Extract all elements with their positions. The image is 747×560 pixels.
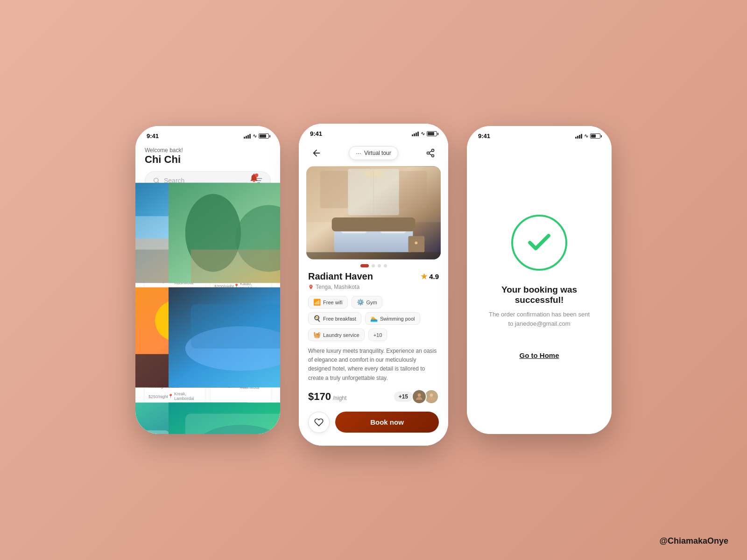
price-display: $170 /night: [308, 391, 346, 403]
time-3: 9:41: [478, 133, 490, 140]
status-icons-3: ∿: [575, 133, 600, 139]
location-pin-icon: [308, 284, 314, 290]
booking-footer: $170 /night +15: [299, 389, 448, 412]
bottom-action-row: Book now: [299, 412, 448, 439]
svg-point-42: [430, 393, 433, 397]
success-content: Your booking was successful! The order c…: [467, 143, 612, 431]
detail-nav: ··· Virtual tour: [299, 141, 448, 166]
amenities-grid: 📶 Free wifi ⚙️ Gym 🍳 Free breakfast: [308, 296, 439, 341]
amenity-laundry: 🧺 Laundry service: [308, 329, 365, 341]
breakfast-amenity-icon: 🍳: [313, 315, 321, 322]
wifi-icon-2: ∿: [421, 131, 425, 137]
amenity-pool: 🏊 Swimming pool: [365, 312, 420, 325]
card-wellness-2[interactable]: [211, 427, 271, 431]
svg-rect-17: [145, 430, 169, 431]
battery-icon-3: [590, 133, 600, 139]
watermark: @ChiamakaOnye: [659, 536, 728, 546]
wishlist-button[interactable]: [308, 412, 330, 433]
laundry-amenity-icon: 🧺: [313, 331, 321, 338]
share-button[interactable]: [422, 145, 439, 161]
time-2: 9:41: [310, 130, 322, 137]
book-now-button[interactable]: Book now: [335, 412, 439, 433]
detail-rating: ★ 4.9: [421, 272, 439, 281]
phone-home: 9:41 ∿ Welcome back!: [135, 126, 280, 434]
wellness-cards-row: [145, 427, 271, 431]
success-subtitle: The order confirmation has been sentto j…: [489, 310, 590, 328]
price-unit: /night: [333, 395, 346, 401]
dot-1[interactable]: [360, 264, 369, 267]
status-icons-2: ∿: [412, 131, 437, 137]
amenity-more[interactable]: +10: [368, 329, 388, 341]
dot-4[interactable]: [384, 264, 387, 267]
svg-rect-37: [332, 217, 416, 231]
success-title: Your booking was successful!: [476, 285, 602, 305]
amenity-breakfast: 🍳 Free breakfast: [308, 312, 361, 325]
signal-icon-3: [575, 134, 582, 139]
amenity-wifi: 📶 Free wifi: [308, 296, 348, 308]
guest-count: +15: [394, 392, 413, 402]
svg-point-24: [427, 152, 429, 154]
back-button[interactable]: [308, 145, 325, 161]
guest-avatars: +15: [394, 389, 439, 404]
svg-point-23: [431, 149, 434, 152]
svg-rect-40: [306, 252, 441, 259]
gym-amenity-icon: ⚙️: [357, 299, 364, 306]
avatar-1: [412, 389, 427, 404]
virtual-tour-button[interactable]: ··· Virtual tour: [349, 146, 398, 160]
phone-success: 9:41 ∿: [467, 126, 612, 434]
amenity-gym: ⚙️ Gym: [352, 296, 382, 308]
detail-location: Tenga, Mashikota: [308, 284, 439, 290]
battery-icon-2: [427, 131, 437, 136]
svg-point-39: [415, 242, 417, 245]
booking-actions: +15: [394, 389, 439, 404]
pool-amenity-icon: 🏊: [370, 315, 378, 322]
hotel-img-wellness2: [211, 427, 271, 431]
detail-hotel-name: Radiant Haven: [308, 271, 373, 282]
hotel-hero-image: [306, 166, 441, 259]
detail-info-section: Radiant Haven ★ 4.9 Tenga, Mashikota: [299, 271, 448, 383]
price-value: $170: [308, 391, 331, 403]
dot-2[interactable]: [372, 264, 375, 267]
status-bar-2: 9:41 ∿: [299, 124, 448, 141]
svg-point-25: [431, 154, 434, 157]
status-bar-3: 9:41 ∿: [467, 126, 612, 143]
dot-3[interactable]: [378, 264, 381, 267]
image-carousel-dots: [299, 259, 448, 271]
svg-point-41: [418, 393, 421, 397]
svg-rect-31: [399, 171, 427, 208]
svg-rect-30: [320, 171, 348, 208]
success-checkmark-circle: [511, 215, 567, 271]
wifi-icon-3: ∿: [584, 133, 588, 139]
phone-detail: 9:41 ∿: [299, 124, 448, 446]
svg-rect-22: [211, 427, 271, 431]
wifi-amenity-icon: 📶: [313, 299, 321, 306]
hotel-description: Where luxury meets tranquility. Experien…: [308, 347, 439, 383]
go-home-button[interactable]: Go to Home: [520, 351, 559, 359]
checkmark-icon: [525, 229, 553, 257]
signal-icon-2: [412, 132, 419, 136]
